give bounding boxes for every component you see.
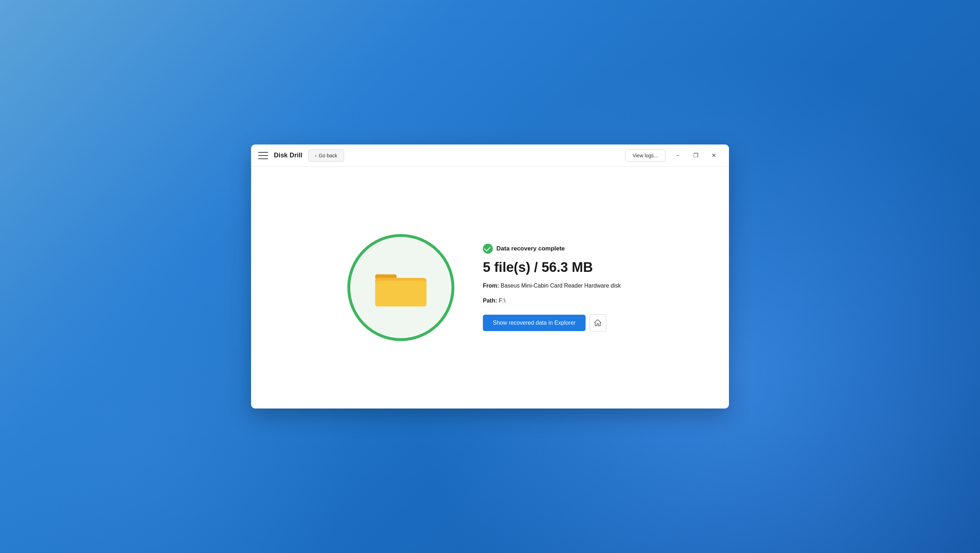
status-line: Data recovery complete bbox=[483, 244, 633, 254]
home-icon bbox=[594, 319, 601, 327]
main-content: Data recovery complete 5 file(s) / 56.3 … bbox=[251, 167, 729, 408]
recovery-stats: 5 file(s) / 56.3 MB bbox=[483, 260, 633, 275]
info-panel: Data recovery complete 5 file(s) / 56.3 … bbox=[483, 244, 633, 331]
from-info-row: From: Baseus Mini-Cabin Card Reader Hard… bbox=[483, 282, 633, 290]
path-info-row: Path: F:\ bbox=[483, 296, 633, 305]
window-controls: − ❐ ✕ bbox=[670, 149, 722, 162]
home-button[interactable] bbox=[589, 314, 606, 331]
svg-rect-2 bbox=[375, 281, 426, 306]
titlebar: Disk Drill ‹ Go back View logs... − ❐ ✕ bbox=[251, 145, 729, 167]
menu-icon[interactable] bbox=[258, 152, 268, 159]
show-recovered-data-button[interactable]: Show recovered data in Explorer bbox=[483, 315, 585, 331]
device-type-text: Hardware disk bbox=[584, 282, 621, 288]
path-label: Path: bbox=[483, 298, 497, 304]
app-title: Disk Drill bbox=[274, 151, 302, 159]
minimize-button[interactable]: − bbox=[670, 149, 686, 162]
path-value-text: F:\ bbox=[498, 298, 505, 304]
go-back-button[interactable]: ‹ Go back bbox=[308, 150, 344, 162]
folder-circle bbox=[347, 234, 454, 341]
content-inner: Data recovery complete 5 file(s) / 56.3 … bbox=[347, 234, 633, 341]
go-back-label: Go back bbox=[319, 153, 337, 158]
folder-icon bbox=[372, 265, 430, 311]
titlebar-left: Disk Drill ‹ Go back bbox=[258, 150, 625, 162]
check-circle-icon bbox=[483, 244, 493, 254]
chevron-left-icon: ‹ bbox=[315, 153, 317, 158]
device-name-text: Baseus Mini-Cabin Card Reader bbox=[501, 282, 583, 288]
close-button[interactable]: ✕ bbox=[705, 149, 722, 162]
from-label: From: bbox=[483, 282, 499, 288]
status-text: Data recovery complete bbox=[496, 245, 565, 252]
folder-icon-wrapper bbox=[372, 265, 430, 311]
app-window: Disk Drill ‹ Go back View logs... − ❐ ✕ bbox=[251, 145, 729, 408]
action-buttons: Show recovered data in Explorer bbox=[483, 314, 633, 331]
view-logs-button[interactable]: View logs... bbox=[625, 150, 665, 162]
titlebar-right: View logs... − ❐ ✕ bbox=[625, 149, 722, 162]
restore-button[interactable]: ❐ bbox=[687, 149, 704, 162]
